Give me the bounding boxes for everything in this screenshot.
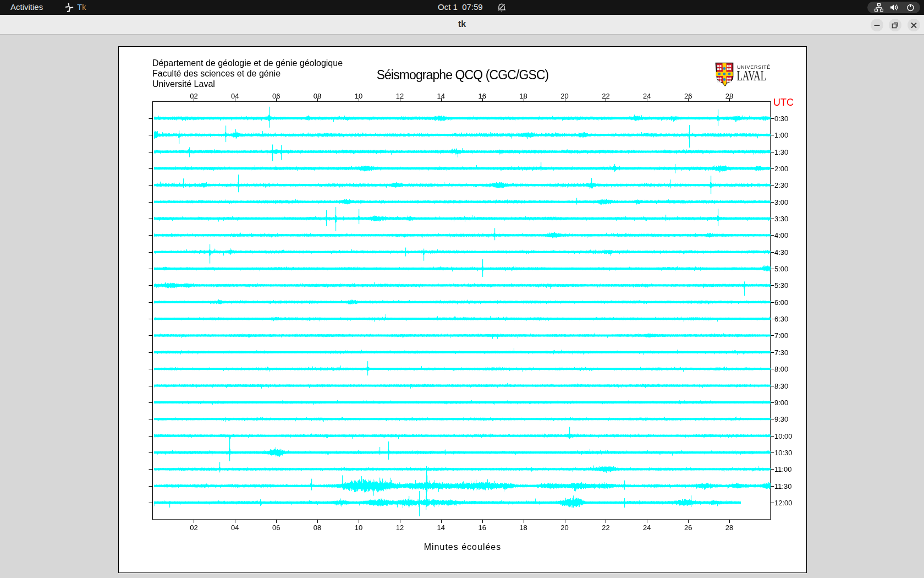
svg-text:LAVAL: LAVAL [737,68,767,84]
